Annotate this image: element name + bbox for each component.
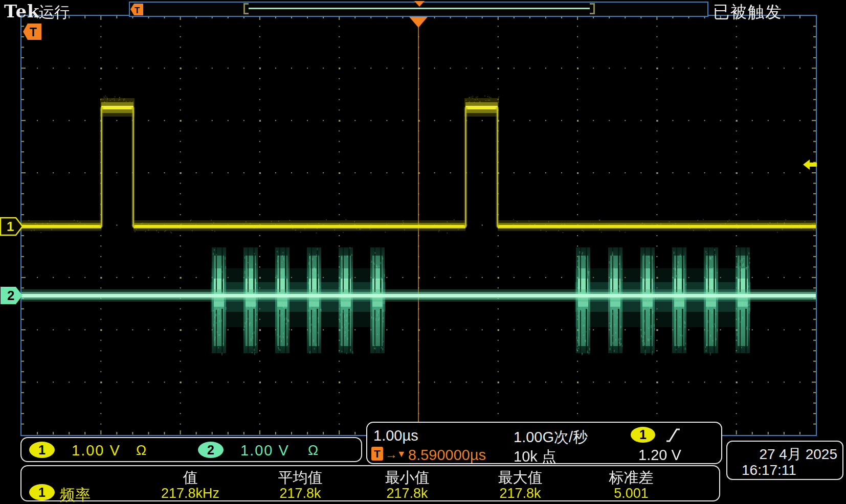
ch2-impedance: Ω bbox=[308, 443, 318, 459]
trigger-t-icon: T bbox=[371, 447, 383, 461]
datetime-box: 27 4月 2025 16:17:11 bbox=[726, 441, 843, 480]
ch2-position-marker[interactable]: 2 bbox=[0, 286, 24, 305]
timebase-trigger-box: 1.00µs 1.00G次/秒 1 T → ▼ 8.590000µs 10k 点… bbox=[366, 422, 722, 464]
measurement-max: 217.8k bbox=[464, 486, 576, 501]
svg-text:1: 1 bbox=[7, 219, 14, 234]
measurement-source-badge: 1 bbox=[29, 484, 55, 500]
trigger-marker-icon: ▼ bbox=[397, 449, 406, 460]
measurement-mean: 217.8k bbox=[244, 486, 357, 501]
measurement-value: 217.8kHz bbox=[134, 486, 247, 501]
time-readout: 16:17:11 bbox=[742, 462, 796, 478]
window-right-bracket[interactable] bbox=[590, 3, 595, 14]
acquisition-status: 运行 bbox=[39, 2, 70, 23]
record-bar-trigger-t-icon[interactable]: T bbox=[130, 3, 144, 16]
tek-logo: Tek bbox=[4, 1, 40, 21]
waveform-display bbox=[21, 16, 816, 434]
trigger-position-marker-icon[interactable] bbox=[409, 17, 428, 28]
rising-slope-icon bbox=[665, 427, 681, 443]
col-header-min: 最小值 bbox=[351, 468, 463, 488]
svg-text:T: T bbox=[135, 6, 140, 15]
record-length: 10k 点 bbox=[514, 447, 556, 467]
col-header-stdev: 标准差 bbox=[575, 468, 687, 488]
sample-rate: 1.00G次/秒 bbox=[514, 427, 588, 448]
ch2-badge[interactable]: 2 bbox=[198, 442, 224, 458]
svg-text:2: 2 bbox=[7, 288, 14, 303]
window-left-bracket[interactable] bbox=[243, 3, 249, 14]
time-per-div: 1.00µs bbox=[373, 427, 418, 444]
trigger-position-readout: 8.590000µs bbox=[408, 447, 486, 464]
trigger-level-readout: 1.20 V bbox=[638, 447, 681, 464]
ch1-scale: 1.00 V bbox=[72, 442, 121, 459]
ch1-position-marker[interactable]: 1 bbox=[0, 217, 24, 236]
trigger-source-badge: 1 bbox=[631, 427, 655, 443]
record-waveform-line bbox=[249, 8, 590, 9]
measurement-min: 217.8k bbox=[351, 486, 463, 501]
trigger-status: 已被触发 bbox=[713, 1, 783, 24]
trigger-t-marker-icon[interactable]: T bbox=[23, 23, 42, 40]
col-header-max: 最大值 bbox=[464, 468, 576, 488]
date-readout: 27 4月 2025 bbox=[727, 445, 837, 464]
channel-readout-box: 1 1.00 V Ω 2 1.00 V Ω bbox=[20, 437, 362, 462]
trigger-arrow-icon: → bbox=[385, 447, 397, 462]
record-bar-trigger-position-icon[interactable] bbox=[414, 1, 425, 7]
measurement-name: 频率 bbox=[60, 485, 91, 504]
measurement-stdev: 5.001 bbox=[575, 486, 687, 501]
col-header-mean: 平均值 bbox=[244, 468, 357, 488]
ch1-badge[interactable]: 1 bbox=[29, 442, 55, 458]
svg-text:T: T bbox=[30, 26, 37, 39]
ch2-scale: 1.00 V bbox=[240, 442, 290, 459]
measurement-box: 1 频率 值 平均值 最小值 最大值 标准差 217.8kHz 217.8k 2… bbox=[20, 465, 720, 501]
col-header-value: 值 bbox=[134, 468, 247, 488]
ch1-impedance: Ω bbox=[136, 443, 146, 459]
